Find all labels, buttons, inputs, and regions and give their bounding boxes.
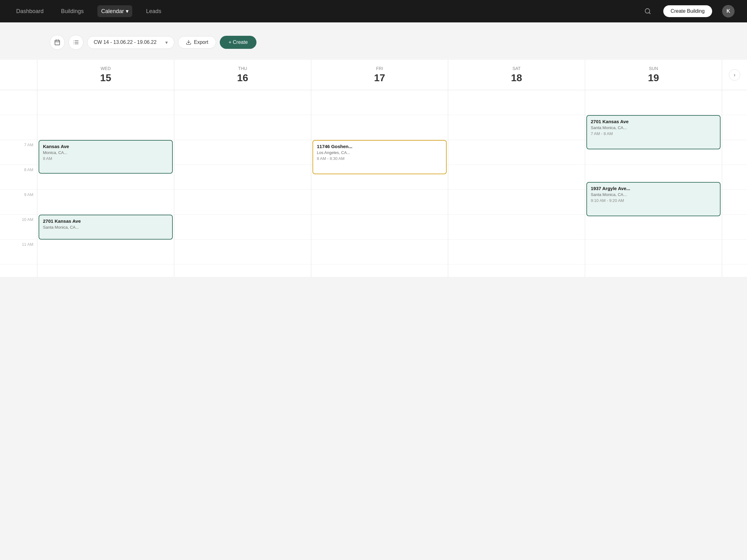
event-title: Kansas Ave	[43, 144, 169, 149]
svg-line-1	[649, 12, 650, 14]
header-sat: SAT 18	[448, 60, 585, 90]
main-content: CW 14 - 13.06.22 - 19.06.22 ▾ Export + C…	[0, 22, 747, 560]
sat-slot-6	[448, 215, 585, 240]
event-goshen-fri[interactable]: 11746 Goshen... Los Angeles, CA... 8 AM …	[312, 140, 447, 174]
sat-num: 18	[453, 72, 580, 84]
thu-slot-4	[174, 165, 311, 190]
event-time: 8 AM	[43, 156, 169, 161]
search-icon[interactable]	[642, 6, 653, 17]
topbar: Dashboard Buildings Calendar ▾ Leads Cre…	[0, 0, 747, 22]
event-title-goshen: 11746 Goshen...	[317, 144, 442, 149]
week-selector[interactable]: CW 14 - 13.06.22 - 19.06.22 ▾	[87, 36, 174, 49]
event-time-argyle: 9:10 AM - 9:20 AM	[591, 198, 716, 203]
header-thu: THU 16	[174, 60, 311, 90]
next-week-button[interactable]: ›	[729, 70, 740, 81]
event-title-2701: 2701 Kansas Ave	[591, 119, 716, 124]
col-thu	[174, 90, 311, 277]
chevron-down-icon: ▾	[126, 8, 129, 15]
list-view-button[interactable]	[69, 35, 83, 50]
sat-slot-1	[448, 90, 585, 115]
create-event-button[interactable]: + Create	[220, 36, 256, 49]
col-wed: Kansas Ave Monica, CA... 8 AM 2701 Kansa…	[37, 90, 174, 277]
thu-slot-5	[174, 190, 311, 215]
wed-slot-7	[37, 240, 174, 264]
wed-slot-5	[37, 190, 174, 215]
event-location-2: Santa Monica, CA...	[43, 225, 169, 230]
wed-num: 15	[42, 72, 169, 84]
thu-slot-7	[174, 240, 311, 264]
fri-name: FRI	[316, 66, 443, 71]
extra-slot-1	[722, 90, 747, 115]
calendar-toolbar: CW 14 - 13.06.22 - 19.06.22 ▾ Export + C…	[0, 35, 747, 50]
thu-slot-2	[174, 115, 311, 140]
sat-slot-5	[448, 190, 585, 215]
time-label-10am: 10 AM	[0, 215, 37, 240]
col-fri: 11746 Goshen... Los Angeles, CA... 8 AM …	[311, 90, 448, 277]
time-header	[0, 60, 37, 90]
nav-dashboard[interactable]: Dashboard	[12, 6, 47, 17]
nav-buildings[interactable]: Buildings	[57, 6, 87, 17]
svg-rect-2	[55, 40, 60, 45]
export-button[interactable]: Export	[178, 36, 216, 49]
sat-slot-3	[448, 140, 585, 165]
event-argyle-sun[interactable]: 1937 Argyle Ave... Santa Monica, CA... 9…	[586, 182, 721, 216]
col-extra	[722, 90, 747, 277]
calendar-body: 7 AM 8 AM 9 AM 10 AM 11 AM Kansas Ave Mo…	[0, 90, 747, 277]
week-selector-chevron: ▾	[165, 39, 168, 46]
event-time-2701: 7 AM - 8 AM	[591, 131, 716, 136]
sun-slot-1	[585, 90, 722, 115]
calendar-container: WED 15 THU 16 FRI 17 SAT 18 SUN 19	[0, 60, 747, 277]
event-location: Monica, CA...	[43, 150, 169, 155]
sat-slot-7	[448, 240, 585, 264]
create-building-button[interactable]: Create Building	[663, 5, 712, 17]
week-selector-label: CW 14 - 13.06.22 - 19.06.22	[94, 39, 157, 45]
fri-slot-5	[311, 190, 448, 215]
wed-name: WED	[42, 66, 169, 71]
sat-slot-2	[448, 115, 585, 140]
sun-name: SUN	[590, 66, 717, 71]
nav-leads[interactable]: Leads	[142, 6, 165, 17]
event-2701-kansas-wed-bottom[interactable]: 2701 Kansas Ave Santa Monica, CA...	[38, 215, 173, 240]
event-2701-kansas-sun[interactable]: 2701 Kansas Ave Santa Monica, CA... 7 AM…	[586, 115, 721, 149]
col-sun: 2701 Kansas Ave Santa Monica, CA... 7 AM…	[585, 90, 722, 277]
fri-slot-1	[311, 90, 448, 115]
nav-calendar[interactable]: Calendar ▾	[97, 5, 132, 17]
fri-slot-2	[311, 115, 448, 140]
time-label-empty1	[0, 90, 37, 115]
sat-name: SAT	[453, 66, 580, 71]
thu-slot-1	[174, 90, 311, 115]
calendar-header: WED 15 THU 16 FRI 17 SAT 18 SUN 19	[0, 60, 747, 90]
thu-slot-3	[174, 140, 311, 165]
event-location-goshen: Los Angeles, CA...	[317, 150, 442, 155]
sun-slot-6	[585, 215, 722, 240]
header-fri: FRI 17	[311, 60, 448, 90]
header-nav: ›	[722, 60, 747, 90]
extra-slot-3	[722, 140, 747, 165]
event-kansas-ave-wed[interactable]: Kansas Ave Monica, CA... 8 AM	[38, 140, 173, 174]
time-column: 7 AM 8 AM 9 AM 10 AM 11 AM	[0, 90, 37, 277]
event-title-argyle: 1937 Argyle Ave...	[591, 186, 716, 191]
event-location-2701: Santa Monica, CA...	[591, 125, 716, 130]
thu-slot-6	[174, 215, 311, 240]
event-time-goshen: 8 AM - 8:30 AM	[317, 156, 442, 161]
thu-name: THU	[179, 66, 306, 71]
sun-num: 19	[590, 72, 717, 84]
fri-slot-7	[311, 240, 448, 264]
export-label: Export	[194, 39, 208, 45]
time-label-empty2	[0, 115, 37, 140]
wed-slot-1	[37, 90, 174, 115]
fri-slot-6	[311, 215, 448, 240]
header-wed: WED 15	[37, 60, 174, 90]
fri-num: 17	[316, 72, 443, 84]
sun-slot-7	[585, 240, 722, 264]
extra-slot-4	[722, 165, 747, 190]
user-avatar[interactable]: K	[722, 5, 735, 18]
time-label-7am: 7 AM	[0, 140, 37, 165]
time-label-9am: 9 AM	[0, 190, 37, 215]
extra-slot-7	[722, 240, 747, 264]
extra-slot-5	[722, 190, 747, 215]
col-sat	[448, 90, 585, 277]
time-label-11am: 11 AM	[0, 240, 37, 264]
event-title-2: 2701 Kansas Ave	[43, 218, 169, 224]
calendar-view-button[interactable]	[50, 35, 65, 50]
